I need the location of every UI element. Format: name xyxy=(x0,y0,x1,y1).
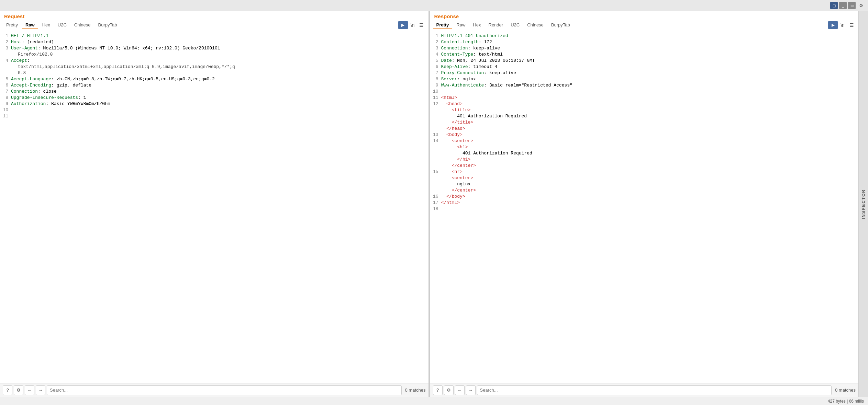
line-number: 12 xyxy=(432,101,441,107)
tab-request-burpytab[interactable]: BurpyTab xyxy=(95,21,121,29)
table-row: Firefox/102.0 xyxy=(1,51,427,58)
line-content: Keep-Alive: timeout=4 xyxy=(441,64,857,70)
tab-response-chinese[interactable]: Chinese xyxy=(524,21,547,29)
table-row: 10 xyxy=(1,107,427,113)
request-send-icon[interactable]: ▶ xyxy=(398,21,408,29)
line-content: <center> xyxy=(441,138,857,144)
response-settings-button[interactable]: ⚙ xyxy=(444,385,454,395)
tab-request-raw[interactable]: Raw xyxy=(22,21,38,29)
request-header: Request xyxy=(0,11,429,20)
response-newline-icon[interactable]: \n xyxy=(838,21,847,29)
line-content: Accept: xyxy=(11,58,427,64)
tab-response-u2c[interactable]: U2C xyxy=(507,21,523,29)
tab-request-chinese[interactable]: Chinese xyxy=(71,21,94,29)
line-content xyxy=(11,113,427,119)
request-forward-button[interactable]: → xyxy=(36,385,45,395)
response-send-icon[interactable]: ▶ xyxy=(828,21,838,29)
main-content: Request Pretty Raw Hex U2C Chinese Burpy… xyxy=(0,11,868,397)
request-title: Request xyxy=(4,13,24,19)
response-menu-icon[interactable]: ☰ xyxy=(847,21,856,29)
request-search-input[interactable] xyxy=(47,385,402,395)
table-row: 2Content-Length: 172 xyxy=(432,39,857,45)
request-menu-icon[interactable]: ☰ xyxy=(418,21,426,29)
table-row: <title> xyxy=(432,107,857,113)
tab-request-pretty[interactable]: Pretty xyxy=(3,21,21,29)
line-content: <center> xyxy=(441,175,857,181)
table-row: 6Accept-Encoding: gzip, deflate xyxy=(1,82,427,89)
response-search-input[interactable] xyxy=(477,385,832,395)
settings-icon[interactable]: ⚙ xyxy=(857,1,865,10)
table-row: </h1> xyxy=(432,157,857,163)
line-number: 16 xyxy=(432,194,441,200)
split-view-button[interactable]: ◫ xyxy=(830,2,838,9)
line-number: 11 xyxy=(1,113,11,119)
table-row: 15 <hr> xyxy=(432,169,857,175)
line-content: Server: nginx xyxy=(441,76,857,82)
table-row: nginx xyxy=(432,181,857,187)
line-number: 14 xyxy=(432,138,441,144)
line-number: 2 xyxy=(432,39,441,45)
tab-response-hex[interactable]: Hex xyxy=(469,21,484,29)
maximize-button[interactable]: ▭ xyxy=(848,2,856,9)
request-back-button[interactable]: ← xyxy=(25,385,34,395)
line-number: 1 xyxy=(1,33,11,39)
table-row: 11<html> xyxy=(432,95,857,101)
line-content: </head> xyxy=(441,126,857,132)
line-content: nginx xyxy=(441,181,857,187)
table-row: 401 Authorization Required xyxy=(432,150,857,157)
inspector-label: INSPECTOR xyxy=(861,189,866,219)
line-number: 3 xyxy=(1,45,11,51)
line-number: 8 xyxy=(432,76,441,82)
tab-request-u2c[interactable]: U2C xyxy=(54,21,70,29)
table-row: 4Accept: xyxy=(1,58,427,64)
response-back-button[interactable]: ← xyxy=(455,385,465,395)
line-number: 15 xyxy=(432,169,441,175)
line-content: Authorization: Basic YWRmYWRmOmZhZGFm xyxy=(11,101,427,107)
line-content: GET / HTTP/1.1 xyxy=(11,33,427,39)
line-content: <title> xyxy=(441,107,857,113)
line-content xyxy=(441,206,857,212)
table-row: 18 xyxy=(432,206,857,212)
table-row: 4Content-Type: text/html xyxy=(432,51,857,58)
line-content: <body> xyxy=(441,132,857,138)
line-number: 5 xyxy=(432,58,441,64)
table-row: 7Connection: close xyxy=(1,89,427,95)
line-number xyxy=(1,70,11,76)
minimize-button[interactable]: ⎯ xyxy=(839,2,847,9)
tab-response-burpytab[interactable]: BurpyTab xyxy=(548,21,574,29)
table-row: 8Server: nginx xyxy=(432,76,857,82)
line-number: 2 xyxy=(1,39,11,45)
request-matches-label: 0 matches xyxy=(405,387,426,393)
request-newline-icon[interactable]: \n xyxy=(409,21,417,29)
line-content: Host: [redacted] xyxy=(11,39,427,45)
line-content: Date: Mon, 24 Jul 2023 06:10:37 GMT xyxy=(441,58,857,64)
response-title: Response xyxy=(434,13,459,19)
request-tabs-row: Pretty Raw Hex U2C Chinese BurpyTab ▶ \n… xyxy=(0,20,429,30)
table-row: 7Proxy-Connection: keep-alive xyxy=(432,70,857,76)
request-settings-button[interactable]: ⚙ xyxy=(14,385,23,395)
status-bar: 427 bytes | 66 millis xyxy=(0,397,868,405)
table-row: </center> xyxy=(432,163,857,169)
tab-response-raw[interactable]: Raw xyxy=(453,21,469,29)
table-row: text/html,application/xhtml+xml,applicat… xyxy=(1,64,427,70)
line-content: <html> xyxy=(441,95,857,101)
table-row: 5Accept-Language: zh-CN,zh;q=0.8,zh-TW;q… xyxy=(1,76,427,82)
response-matches-label: 0 matches xyxy=(835,387,856,393)
line-number: 5 xyxy=(1,76,11,82)
table-row: 5Date: Mon, 24 Jul 2023 06:10:37 GMT xyxy=(432,58,857,64)
response-help-button[interactable]: ? xyxy=(433,385,443,395)
line-number xyxy=(432,150,441,157)
line-content: <hr> xyxy=(441,169,857,175)
line-number: 1 xyxy=(432,33,441,39)
request-help-button[interactable]: ? xyxy=(3,385,12,395)
tab-response-render[interactable]: Render xyxy=(485,21,507,29)
tab-request-hex[interactable]: Hex xyxy=(39,21,54,29)
line-number: 4 xyxy=(432,51,441,58)
tab-response-pretty[interactable]: Pretty xyxy=(433,21,453,29)
line-number: 8 xyxy=(1,95,11,101)
table-row: </title> xyxy=(432,119,857,126)
line-number xyxy=(432,175,441,181)
table-row: 8Upgrade-Insecure-Requests: 1 xyxy=(1,95,427,101)
response-forward-button[interactable]: → xyxy=(466,385,476,395)
line-content: Upgrade-Insecure-Requests: 1 xyxy=(11,95,427,101)
